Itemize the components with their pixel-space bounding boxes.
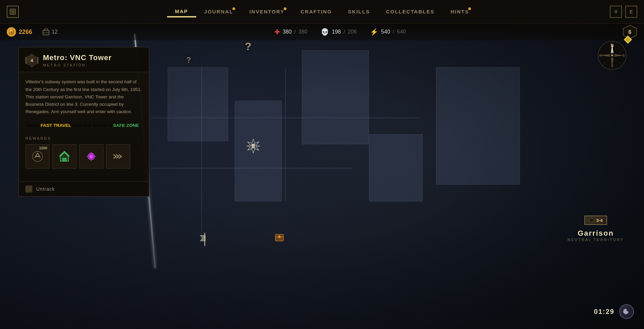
svg-rect-11 [10,9,15,14]
notification-dot [232,7,235,10]
reward-uv [79,144,103,169]
hud-center-stats: ✚ 380 / 380 💀 198 / 206 ⚡ 540 / 540 [68,28,612,36]
panel-header: 4 Metro: VNC Tower METRO STATION [19,47,149,72]
xp-icon [32,150,44,162]
svg-point-10 [279,236,280,237]
svg-text:W: W [599,54,602,57]
metro-station-marker[interactable] [245,138,262,154]
stamina-max: 540 [397,29,406,35]
reward-house [52,144,76,169]
fast-travel-label: FAST TRAVEL [41,123,71,128]
garrison-level-badge: 3-4 [584,216,607,225]
garrison-label: 3-4 Garrison NEUTRAL TERRITORY [568,216,624,242]
unknown-marker-2[interactable]: ? [186,55,191,65]
reward-arrows [106,144,130,169]
time-display: 01:29 [594,304,634,319]
garrison-territory: NEUTRAL TERRITORY [568,238,624,242]
stamina-separator: / [393,29,394,35]
nav-map[interactable]: MAP [167,6,196,17]
nav-skills[interactable]: SKILLS [340,6,378,17]
svg-point-25 [89,154,93,158]
svg-text:N: N [611,43,614,48]
kills-max: 206 [348,29,357,35]
health-max: / [294,29,296,35]
banner-marker[interactable] [200,233,210,248]
garrison-badge-container: 3-4 [568,216,624,227]
item-count-display: 12 [42,28,58,36]
svg-point-46 [611,54,613,56]
nav-hints[interactable]: HINTS [442,6,477,17]
rewards-label: REWARDS [25,136,142,140]
location-description: Villedor's subway system was built in th… [25,78,142,115]
health-stat: ✚ 380 / 380 [274,28,308,36]
safe-zone-label: SAFE ZONE [113,123,139,128]
health-max-value: 380 [299,29,308,35]
svg-marker-51 [589,218,594,223]
panel-title-group: Metro: VNC Tower METRO STATION [43,53,142,67]
nav-journal[interactable]: JOURNAL [196,6,241,17]
svg-line-3 [251,148,252,149]
uv-light-icon [85,150,97,162]
hud-bar: $ 2266 12 ✚ 380 / 380 [0,23,644,40]
kills-separator: / [343,29,345,35]
arrows-icon [112,150,124,162]
svg-text:E: E [623,54,625,57]
location-type: METRO STATION [43,63,142,67]
time-value: 01:29 [594,308,614,316]
location-level-badge: 4 [25,54,38,67]
svg-text:S: S [611,64,613,68]
panel-body: Villedor's subway system was built in th… [19,72,149,181]
active-underline [167,16,196,17]
svg-rect-1 [252,144,255,148]
rewards-grid: 1500 [25,144,142,169]
location-panel: 4 Metro: VNC Tower METRO STATION Villedo… [18,47,149,197]
moon-phase-icon [619,304,634,319]
nav-inventory[interactable]: INVENTORY [241,6,292,17]
notification-dot [468,7,471,10]
pause-button[interactable]: II [610,6,622,18]
unlock-info: Unlock FAST TRAVEL point and activate a … [25,122,142,129]
svg-line-4 [255,148,256,149]
location-title: Metro: VNC Tower [43,53,142,62]
nav-right-buttons: II E [610,6,637,18]
lightning-icon: ⚡ [370,28,378,36]
svg-line-32 [29,188,30,190]
svg-rect-30 [27,187,31,191]
svg-line-31 [28,188,29,190]
map-icon-btn[interactable] [7,6,19,18]
top-navigation: MAP JOURNAL INVENTORY CRAFTING SKILLS CO… [0,0,644,23]
svg-rect-2 [251,145,255,146]
nav-menu: MAP JOURNAL INVENTORY CRAFTING SKILLS CO… [167,6,477,17]
currency-display: $ 2266 [7,27,32,37]
reward-xp: 1500 [25,144,50,169]
svg-marker-6 [200,235,205,241]
health-icon: ✚ [274,28,280,36]
chest-marker[interactable] [275,234,284,243]
unknown-marker-1[interactable]: ? [245,40,252,53]
action-button[interactable]: E [625,6,637,18]
kills-current: 198 [332,29,341,35]
untrack-icon [25,186,32,192]
stamina-current: 540 [381,29,390,35]
compass: N S E W [597,40,631,74]
kills-stat: 💀 198 / 206 [321,28,357,36]
skull-icon: 💀 [321,28,329,36]
coin-icon: $ [7,27,16,37]
compass-rose: N S E W [597,40,627,70]
garrison-icon [589,218,594,223]
svg-rect-21 [63,158,66,161]
nav-collectables[interactable]: COLLECTABLES [378,6,443,17]
currency-value: 2266 [19,29,32,36]
item-count-value: 12 [52,29,58,35]
stamina-stat: ⚡ 540 / 540 [370,28,406,36]
house-icon [58,150,70,162]
health-current: 380 [283,29,292,35]
untrack-button[interactable]: Untrack [19,181,149,196]
notification-dot [284,7,286,10]
svg-text:$: $ [10,31,12,34]
untrack-label: Untrack [36,186,55,192]
garrison-level-number: 3-4 [596,218,603,223]
garrison-name: Garrison [568,229,624,238]
nav-crafting[interactable]: CRAFTING [292,6,340,17]
